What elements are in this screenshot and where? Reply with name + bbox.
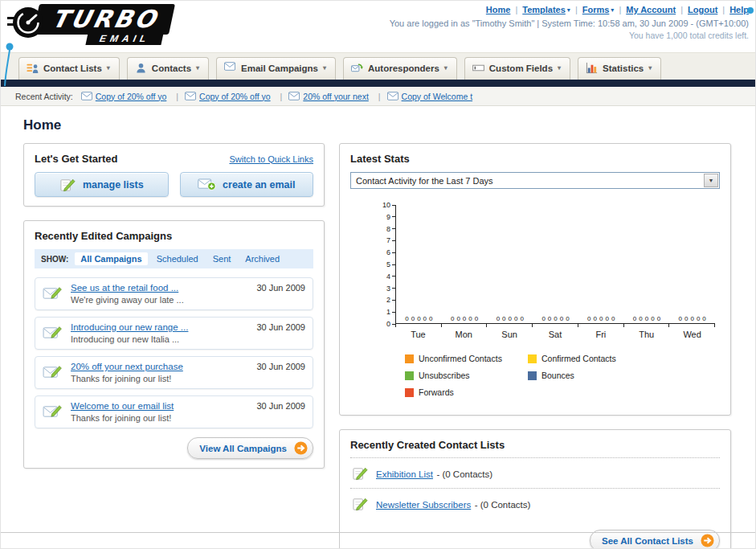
nav-tab-label: Contacts [152,64,191,73]
contact-activity-chart: 012345678910 000000000000000000000000000… [374,205,715,404]
create-email-button[interactable]: create an email [180,172,314,197]
get-started-panel: Let's Get Started Switch to Quick Links … [23,143,325,207]
switch-quick-links-link[interactable]: Switch to Quick Links [229,154,313,164]
nav-tab-label: Custom Fields [489,64,553,73]
top-nav-item: My Account▾ [626,5,688,14]
chevron-down-icon: ▾ [611,6,614,14]
campaign-row: Welcome to our email list Thanks for joi… [35,395,313,428]
chevron-down-icon: ▾ [196,64,199,72]
top-nav-item: Help▾ [729,5,749,14]
view-all-campaigns-button[interactable]: View All Campaigns [187,437,313,459]
contact-list-link[interactable]: Newsletter Subscribers [376,500,471,510]
top-nav-item: Logout▾ [688,5,729,14]
recent-activity-link[interactable]: Copy of 20% off yo [199,92,271,101]
recent-campaigns-panel: Recently Edited Campaigns SHOW: All Camp… [23,220,325,469]
stats-range-selected-value: Contact Activity for the Last 7 Days [356,176,493,186]
contact-list-row: Exhibition List - (0 Contacts) [350,457,720,488]
campaign-date: 30 Jun 2009 [256,283,305,293]
logo-subtitle: EMAIL [85,33,164,45]
nav-tab[interactable]: Contact Lists ▾ [18,57,120,80]
recent-activity-link[interactable]: Copy of Welcome t [402,92,473,101]
campaign-title-link[interactable]: 20% off your next purchase [71,362,244,371]
see-all-contact-lists-label: See All Contact Lists [602,536,693,546]
envelope-icon [81,92,92,100]
campaign-filter-bar: SHOW: All Campaigns Scheduled Sent Archi… [35,249,313,268]
campaign-filter-tab[interactable]: Scheduled [151,252,204,265]
envelope-icon [185,92,196,100]
campaign-row: Introducing our new range ... Introducin… [35,317,313,350]
recent-contact-lists-title: Recently Created Contact Lists [350,439,720,451]
nav-tab[interactable]: Email Campaigns ▾ [216,57,336,80]
top-nav-link[interactable]: Forms [582,5,610,14]
top-nav-link[interactable]: My Account [626,5,676,14]
nav-tab[interactable]: Autoresponders ▾ [343,57,457,80]
recent-activity-item: 20% off your next [288,92,386,101]
campaign-title-link[interactable]: Welcome to our email list [71,401,244,411]
contact-list-count: - (0 Contacts) [436,469,492,479]
pencil-page-icon [352,495,369,512]
top-nav-link[interactable]: Home [486,5,511,14]
chart-value-groups: 00000000000000000000000000000000000 [396,316,715,322]
left-column: Let's Get Started Switch to Quick Links … [23,143,325,469]
campaign-filter-tab[interactable]: Sent [207,252,237,265]
campaign-date: 30 Jun 2009 [256,362,305,371]
recent-activity-link[interactable]: 20% off your next [303,92,369,101]
top-nav-link[interactable]: Logout [688,5,717,14]
app-logo: TURBO EMAIL [7,4,172,45]
manage-lists-button[interactable]: manage lists [35,172,169,197]
nav-tab[interactable]: Contacts ▾ [127,57,209,80]
contact-list-row: Newsletter Subscribers - (0 Contacts) [350,488,720,518]
campaign-filters: All Campaigns Scheduled Sent Archived [75,252,285,265]
chevron-down-icon: ▾ [558,64,561,72]
people-list-icon [27,62,39,74]
campaign-filter-tab[interactable]: Archived [239,252,285,265]
recent-activity-link[interactable]: Copy of 20% off yo [96,92,167,101]
envelope-icon [224,62,236,74]
recent-activity-item: Copy of 20% off yo [185,92,288,101]
nav-tab[interactable]: Custom Fields ▾ [464,57,570,80]
right-column: Latest Stats Contact Activity for the La… [339,143,731,549]
recent-campaigns-title: Recently Edited Campaigns [35,230,313,242]
recent-activity-item: Copy of Welcome t [387,92,473,101]
credits-text: You have 1,000 total credits left. [390,31,749,40]
latest-stats-title: Latest Stats [350,153,720,165]
stats-range-select[interactable]: Contact Activity for the Last 7 Days ▼ [350,172,720,189]
envelope-pencil-icon [43,324,63,341]
contacts-icon [135,62,147,74]
chart-icon [586,62,598,74]
chevron-down-icon: ▾ [567,6,570,14]
help-bullet-icon [747,7,754,14]
top-nav-item: Templates▾ [522,5,582,14]
manage-lists-label: manage lists [83,179,144,191]
autoresponder-icon [351,62,363,74]
envelope-pencil-icon [43,285,63,301]
top-nav-link[interactable]: Help [729,5,749,14]
nav-tab[interactable]: Statistics ▾ [578,57,661,80]
top-nav-link[interactable]: Templates [522,5,566,14]
campaign-title-link[interactable]: See us at the retail food ... [71,283,244,293]
select-dropdown-arrow-icon: ▼ [704,174,718,187]
campaign-subtitle: Introducing our new Italia ... [71,334,244,344]
nav-tab-label: Autoresponders [368,64,439,73]
header: TURBO EMAIL Home▾ Templates▾ Forms▾ My A… [1,1,755,52]
speedometer-icon [7,4,44,41]
recent-contact-lists-panel: Recently Created Contact Lists Exhibitio… [339,429,731,549]
top-nav-item: Home▾ [486,5,522,14]
pencil-page-icon [352,465,369,481]
chevron-down-icon: ▾ [323,64,326,72]
get-started-title: Let's Get Started [35,153,118,165]
campaign-title-link[interactable]: Introducing our new range ... [71,322,244,332]
campaign-subtitle: Thanks for joining our list! [71,374,244,383]
nav-divider-bar [1,80,755,87]
campaign-filter-tab[interactable]: All Campaigns [75,252,147,265]
envelope-pencil-icon [43,363,63,380]
arrow-circle-icon [294,441,308,455]
field-icon [472,62,484,74]
nav-tab-label: Contact Lists [43,64,102,73]
recent-activity-item: Copy of 20% off yo [81,92,185,101]
campaign-date: 30 Jun 2009 [256,401,305,411]
envelope-plus-icon [198,178,216,191]
contact-list-link[interactable]: Exhibition List [376,469,433,479]
main-content: Home Let's Get Started Switch to Quick L… [1,106,755,549]
page-title: Home [23,117,731,133]
